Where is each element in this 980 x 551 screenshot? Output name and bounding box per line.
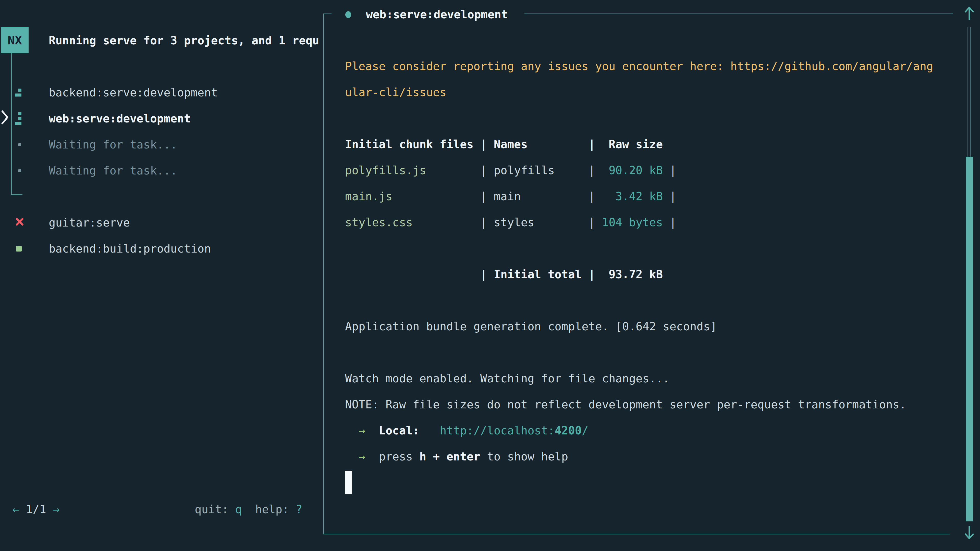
terminal-line: Initial chunk files | Names | Raw size	[345, 131, 963, 157]
terminal-text-segment: | main |	[392, 190, 602, 203]
terminal-line	[345, 470, 963, 495]
pagination: ← 1/1 →	[13, 496, 59, 522]
terminal-text-segment: http://localhost:	[440, 424, 555, 437]
task-status-icon	[15, 143, 21, 146]
running-bullet-icon	[345, 11, 351, 18]
task-label: backend:build:production	[49, 236, 211, 262]
panel-border-top	[525, 14, 953, 14]
task-item[interactable]: web:serve:development	[0, 106, 323, 132]
terminal-text-segment	[365, 450, 379, 463]
terminal-text-segment: NOTE: Raw file sizes do not reflect deve…	[345, 398, 906, 411]
terminal-line: → press h + enter to show help	[345, 444, 963, 470]
page-prev-arrow-icon[interactable]: ←	[13, 503, 19, 516]
task-label: backend:serve:development	[49, 79, 218, 106]
terminal-line: Application bundle generation complete. …	[345, 313, 963, 340]
terminal-text-segment: | Initial total | 93.72 kB	[345, 268, 663, 281]
terminal-text-segment: Local:	[379, 424, 419, 437]
task-status-icon	[15, 89, 22, 97]
terminal-text-segment: Initial chunk files | Names | Raw size	[345, 138, 663, 151]
task-item[interactable]: guitar:serve	[0, 210, 323, 236]
arrow-up-icon[interactable]	[963, 5, 975, 24]
page-indicator: 1/1	[26, 503, 46, 516]
terminal-text-segment: ular-cli/issues	[345, 86, 446, 99]
help-hint-label: help:	[255, 503, 289, 516]
terminal-text-segment: Application bundle generation complete. …	[345, 320, 717, 333]
panel-border-bottom	[323, 534, 950, 534]
terminal-line	[345, 287, 963, 313]
terminal-text-segment: to show help	[480, 450, 568, 463]
terminal-cursor	[345, 471, 352, 494]
terminal-line: → Local: http://localhost:4200/	[345, 418, 963, 444]
panel-border-top-stub	[323, 14, 331, 14]
terminal-text-segment: /	[582, 424, 589, 437]
task-label: Waiting for task...	[49, 158, 177, 184]
waiting-dot-icon	[18, 143, 21, 146]
task-status-icon	[15, 216, 24, 229]
terminal-text-segment: |	[663, 216, 676, 229]
task-item[interactable]: Waiting for task...	[0, 132, 323, 158]
task-item[interactable]: backend:serve:development	[0, 79, 323, 106]
terminal-text-segment: Watch mode enabled. Watching for file ch…	[345, 372, 670, 385]
nx-terminal-ui: { "app": { "brand": "NX", "title": "Runn…	[0, 0, 980, 551]
terminal-text-segment	[345, 424, 359, 437]
terminal-line	[345, 340, 963, 365]
task-label: guitar:serve	[49, 210, 130, 236]
nx-logo: NX	[1, 27, 29, 53]
terminal-line: Please consider reporting any issues you…	[345, 53, 963, 79]
terminal-line: | Initial total | 93.72 kB	[345, 262, 963, 287]
selected-chevron-icon	[0, 109, 9, 128]
spinner-icon	[15, 89, 22, 97]
terminal-text-segment: polyfills.js	[345, 164, 426, 177]
terminal-text-segment: 104 bytes	[602, 216, 663, 229]
terminal-text-segment	[345, 450, 359, 463]
terminal-text-segment: | styles |	[413, 216, 602, 229]
task-item[interactable]: Waiting for task...	[0, 158, 323, 184]
task-label: web:serve:development	[49, 106, 191, 132]
quit-key: q	[235, 503, 242, 516]
spinner-icon	[15, 112, 22, 125]
help-key: ?	[296, 503, 302, 516]
page-title: Running serve for 3 projects, and 1 requ	[49, 27, 325, 54]
scrollbar-track	[970, 27, 971, 157]
error-x-icon	[15, 216, 24, 229]
terminal-line: main.js | main | 3.42 kB |	[345, 183, 963, 210]
shortcut-hints: quit: q help: ?	[195, 496, 302, 522]
terminal-text-segment	[365, 424, 379, 437]
terminal-text-segment: Please consider reporting any issues you…	[345, 60, 933, 73]
terminal-text-segment: main.js	[345, 190, 392, 203]
page-next-arrow-icon[interactable]: →	[53, 503, 60, 516]
terminal-text-segment: 90.20 kB	[602, 164, 663, 177]
task-label: Waiting for task...	[49, 132, 177, 158]
terminal-text-segment: 3.42 kB	[602, 190, 663, 203]
terminal-output: Please consider reporting any issues you…	[345, 53, 963, 495]
task-status-icon	[15, 112, 22, 125]
terminal-text-segment: →	[359, 450, 366, 463]
terminal-line: Watch mode enabled. Watching for file ch…	[345, 365, 963, 392]
terminal-line	[345, 105, 963, 131]
terminal-text-segment: |	[663, 190, 676, 203]
arrow-down-icon[interactable]	[963, 525, 975, 544]
terminal-text-segment: | polyfills |	[426, 164, 602, 177]
terminal-line	[345, 235, 963, 262]
scrollbar-thumb[interactable]	[966, 157, 973, 521]
terminal-line: ular-cli/issues	[345, 79, 963, 105]
success-square-icon	[16, 246, 22, 251]
terminal-text-segment: h + enter	[419, 450, 480, 463]
terminal-line: polyfills.js | polyfills | 90.20 kB |	[345, 157, 963, 183]
terminal-text-segment: press	[379, 450, 419, 463]
task-item[interactable]: backend:build:production	[0, 236, 323, 262]
terminal-text-segment: →	[359, 424, 366, 437]
quit-hint-label: quit:	[195, 503, 228, 516]
terminal-line: styles.css | styles | 104 bytes |	[345, 210, 963, 235]
waiting-dot-icon	[18, 169, 21, 172]
scrollbar-track	[967, 27, 968, 157]
nx-logo-label: NX	[8, 33, 22, 47]
task-status-icon	[15, 246, 22, 251]
task-status-icon	[15, 169, 21, 172]
terminal-text-segment: styles.css	[345, 216, 413, 229]
task-tree-corner	[11, 194, 22, 195]
terminal-text-segment: 4200	[555, 424, 582, 437]
terminal-text-segment	[419, 424, 439, 437]
terminal-line: NOTE: Raw file sizes do not reflect deve…	[345, 392, 963, 418]
panel-title: web:serve:development	[366, 2, 508, 27]
